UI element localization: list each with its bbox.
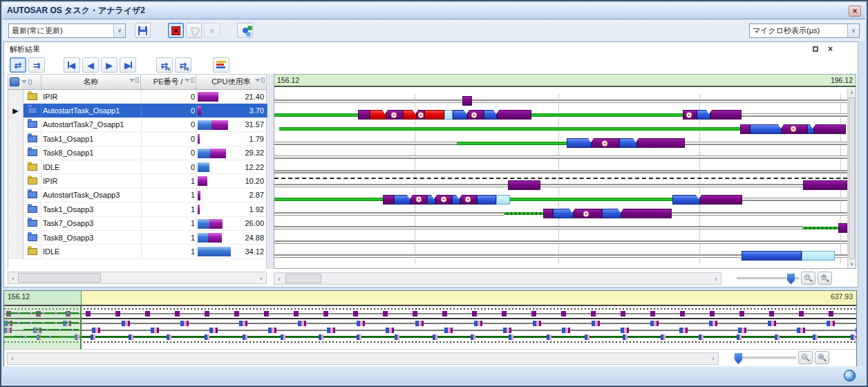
filter-icon[interactable] xyxy=(129,79,135,82)
select-tool-button[interactable] xyxy=(186,23,202,38)
overview-total-range[interactable]: 637.93 xyxy=(82,291,856,305)
scroll-down-icon[interactable]: ∨ xyxy=(848,260,856,268)
zoom-out-button[interactable]: − xyxy=(801,272,815,285)
task-name: AutostartTask7_Osapp1 xyxy=(41,118,142,131)
inactive-track xyxy=(742,113,847,117)
task-name: IDLE xyxy=(41,245,142,258)
timeline-horizontal-scrollbar[interactable]: ‹ › xyxy=(274,272,721,285)
zoom-slider-thumb[interactable] xyxy=(787,274,795,285)
jump-button[interactable]: ⇉ xyxy=(28,57,45,73)
close-panel-icon[interactable]: × xyxy=(828,45,833,53)
timeline-row[interactable] xyxy=(274,94,847,108)
timeline-row[interactable] xyxy=(274,221,847,235)
close-window-button[interactable]: × xyxy=(849,6,861,17)
timeline-row[interactable] xyxy=(274,108,847,122)
float-panel-icon[interactable] xyxy=(813,46,818,52)
table-row[interactable]: Task8_Osapp3124.88 xyxy=(8,231,266,245)
scroll-left-icon[interactable]: ‹ xyxy=(8,272,18,283)
table-horizontal-scrollbar[interactable]: ‹ › xyxy=(8,272,267,284)
scroll-left-icon[interactable]: ‹ xyxy=(8,353,17,364)
scroll-left-icon[interactable]: ‹ xyxy=(274,273,284,284)
timeline-row[interactable] xyxy=(274,178,847,192)
overview-end-label: 637.93 xyxy=(831,292,853,301)
table-row[interactable]: IDLE134.12 xyxy=(8,245,266,258)
zoom-slider-thumb[interactable] xyxy=(735,353,742,364)
timeline-row[interactable] xyxy=(274,122,847,136)
connection-button[interactable] xyxy=(237,23,253,38)
pe-number: 1 xyxy=(142,189,197,202)
table-row[interactable]: AutostartTask_Osapp312.87 xyxy=(8,189,266,202)
pin-icon[interactable] xyxy=(28,79,32,85)
scroll-right-icon[interactable]: › xyxy=(708,353,718,364)
inactive-track xyxy=(274,226,802,229)
scroll-right-icon[interactable]: › xyxy=(256,272,266,283)
zoom-in-button[interactable]: + xyxy=(818,272,832,285)
first-event-button[interactable]: ◀ xyxy=(64,57,80,73)
table-row[interactable]: IPIR110.20 xyxy=(8,174,266,188)
table-row[interactable]: Task1_Osapp311.92 xyxy=(8,202,266,216)
cpu-usage: 3.70 xyxy=(197,104,267,117)
table-row[interactable]: Task1_Osapp101.79 xyxy=(8,132,266,146)
timeline-rows-viewport[interactable] xyxy=(274,88,847,268)
next-pe-button[interactable]: ⇄PE xyxy=(175,57,191,73)
timeline-row[interactable] xyxy=(274,207,847,220)
zoom-out-button[interactable]: − xyxy=(798,351,813,364)
legend-button[interactable] xyxy=(213,57,229,73)
table-row[interactable]: Task8_Osapp1029.32 xyxy=(8,147,266,160)
timeline-row[interactable] xyxy=(274,151,847,164)
timeline-zoom-slider[interactable] xyxy=(737,277,799,279)
filter-icon[interactable] xyxy=(185,79,190,82)
timeline-row[interactable] xyxy=(274,136,847,150)
unit-display-combobox[interactable]: マイクロ秒表示(μs) ∨ xyxy=(749,23,860,38)
filter-icon[interactable] xyxy=(21,80,27,84)
cpu-usage: 21.40 xyxy=(197,90,267,103)
hscroll-thumb[interactable] xyxy=(285,274,321,283)
pin-icon[interactable] xyxy=(261,77,265,83)
overview-window-region[interactable] xyxy=(4,306,82,349)
timeline-vertical-scrollbar[interactable]: ∧ ∨ xyxy=(847,88,856,268)
prev-pe-button[interactable]: ⇄PE xyxy=(156,57,173,73)
header-cell-pe[interactable]: PE番号 / xyxy=(141,75,196,89)
prev-event-button[interactable]: ◀ xyxy=(82,57,99,73)
overview-visible-range[interactable]: 156.12 xyxy=(4,291,82,305)
vscroll-thumb[interactable] xyxy=(849,97,855,259)
timeline-row[interactable] xyxy=(274,235,847,249)
table-row[interactable]: AutostartTask7_Osapp1031.57 xyxy=(8,118,266,132)
timeline-row[interactable] xyxy=(274,249,847,263)
sync-view-button[interactable]: ⇄ xyxy=(10,57,26,73)
chevron-down-icon[interactable]: ∨ xyxy=(847,24,859,37)
pin-icon[interactable] xyxy=(191,77,194,83)
update-mode-combobox[interactable]: 最新(常に更新) ∨ xyxy=(8,23,126,38)
hscroll-thumb[interactable] xyxy=(18,273,101,283)
next-event-button[interactable]: ▶ xyxy=(101,57,117,73)
overview-horizontal-scrollbar[interactable]: ‹ › xyxy=(7,352,719,365)
save-button[interactable] xyxy=(135,23,151,38)
delete-button[interactable]: × xyxy=(204,23,220,38)
table-row[interactable]: IPIR021.40 xyxy=(8,90,266,104)
overview-zoom-slider[interactable] xyxy=(734,357,796,359)
table-row[interactable]: ▶AutostartTask_Osapp103.70 xyxy=(8,104,266,117)
last-event-button[interactable]: ▶ xyxy=(120,57,136,73)
header-cell-name[interactable]: 名称 xyxy=(41,75,141,89)
filter-icon[interactable] xyxy=(255,79,261,82)
scroll-up-icon[interactable]: ∧ xyxy=(848,88,856,97)
header-cell-cpu[interactable]: CPU使用率 xyxy=(196,75,266,89)
scroll-right-icon[interactable]: › xyxy=(711,273,721,284)
chevron-down-icon[interactable]: ∨ xyxy=(113,24,125,37)
table-row[interactable]: IDLE012.22 xyxy=(8,160,266,174)
table-row[interactable]: Task7_Osapp3126.00 xyxy=(8,217,266,231)
overview-chart[interactable] xyxy=(4,306,856,349)
record-button[interactable] xyxy=(168,23,184,38)
zoom-in-button[interactable]: + xyxy=(815,351,829,364)
pin-icon[interactable] xyxy=(135,77,139,83)
splitter[interactable] xyxy=(267,74,274,269)
header-cell-tree[interactable] xyxy=(8,75,41,89)
window-title: AUTOSAR OS タスク・アナライザ2 xyxy=(7,5,145,17)
cpu-usage-bar xyxy=(198,205,200,214)
event-circle-icon xyxy=(391,112,397,118)
cpu-usage-bar xyxy=(198,162,209,172)
timeline-row[interactable] xyxy=(274,164,847,178)
timeline-row[interactable] xyxy=(274,193,847,207)
inactive-track xyxy=(274,100,847,103)
row-marker xyxy=(8,147,23,160)
